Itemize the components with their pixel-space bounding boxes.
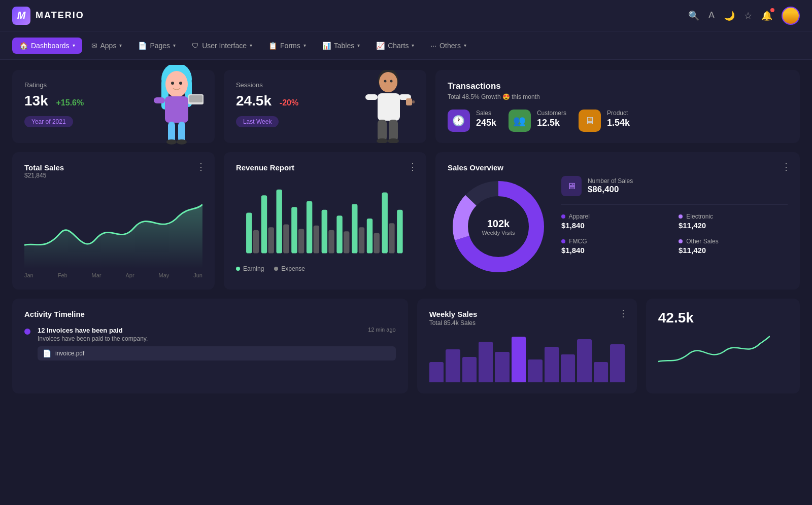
ui-icon: 🛡 bbox=[192, 42, 199, 50]
tables-label: Tables bbox=[334, 42, 354, 50]
svg-rect-39 bbox=[328, 230, 334, 254]
expense-dot bbox=[274, 267, 278, 271]
nav-item-tables[interactable]: 📊 Tables ▾ bbox=[315, 38, 367, 54]
revenue-legend: Earning Expense bbox=[236, 265, 414, 272]
others-arrow: ▾ bbox=[464, 43, 466, 48]
sales-overview-menu[interactable]: ⋮ bbox=[782, 161, 791, 172]
weekly-bar bbox=[577, 339, 591, 382]
svg-rect-32 bbox=[276, 190, 282, 254]
revenue-report-card: Revenue Report ⋮ bbox=[224, 152, 426, 290]
navbar: 🏠 Dashboards ▾ ✉ Apps ▾ 📄 Pages ▾ 🛡 User… bbox=[0, 31, 812, 60]
avatar[interactable] bbox=[782, 7, 800, 25]
sales-stats: 🖥 Number of Sales $86,400 Apparel bbox=[561, 176, 788, 255]
donut-chart: 102k Weekly Visits bbox=[448, 176, 549, 277]
fmcg-value: $1,840 bbox=[561, 246, 670, 255]
notification-icon[interactable]: 🔔 bbox=[761, 10, 772, 21]
earning-dot bbox=[236, 267, 240, 271]
product-icon: 🖥 bbox=[579, 110, 601, 132]
svg-rect-12 bbox=[178, 122, 185, 142]
timeline-dot-1 bbox=[24, 329, 30, 335]
label-feb: Feb bbox=[58, 272, 67, 278]
x-axis-labels: Jan Feb Mar Apr May Jun bbox=[24, 272, 202, 278]
metric-electronic: Electronic $11,420 bbox=[679, 213, 788, 230]
weekly-sales-subtitle: Total 85.4k Sales bbox=[429, 319, 625, 327]
timeline-time: 12 min ago bbox=[368, 327, 395, 334]
topbar-icons: 🔍 A 🌙 ☆ 🔔 bbox=[688, 7, 800, 25]
transactions-subtitle: Total 48.5% Growth 😍 this month bbox=[448, 93, 788, 100]
activity-title: Activity Timeline bbox=[24, 310, 396, 318]
ratings-value: 13k +15.6% bbox=[24, 93, 202, 109]
product-info: Product 1.54k bbox=[607, 110, 630, 128]
nav-item-forms[interactable]: 📋 Forms ▾ bbox=[261, 38, 313, 54]
svg-rect-34 bbox=[291, 207, 297, 253]
search-icon[interactable]: 🔍 bbox=[688, 10, 699, 21]
star-icon[interactable]: ☆ bbox=[744, 10, 752, 21]
sessions-label: Sessions bbox=[236, 81, 414, 89]
forms-label: Forms bbox=[280, 42, 300, 50]
weekly-bar bbox=[446, 349, 460, 382]
electronic-name: Electronic bbox=[679, 213, 788, 220]
svg-rect-24 bbox=[378, 120, 387, 141]
translate-icon[interactable]: A bbox=[708, 10, 715, 21]
svg-rect-43 bbox=[359, 227, 364, 253]
timeline-file: 📄 invoice.pdf bbox=[38, 346, 396, 360]
weekly-sales-bars bbox=[429, 332, 625, 382]
dashboards-icon: 🏠 bbox=[19, 42, 28, 50]
topbar: M MATERIO 🔍 A 🌙 ☆ 🔔 bbox=[0, 0, 812, 31]
weekly-bar bbox=[594, 362, 608, 382]
tables-icon: 📊 bbox=[322, 42, 331, 50]
metric-product: 🖥 Product 1.54k bbox=[579, 110, 630, 132]
theme-icon[interactable]: 🌙 bbox=[724, 10, 735, 21]
revenue-menu[interactable]: ⋮ bbox=[408, 161, 417, 172]
metric-apparel: Apparel $1,840 bbox=[561, 213, 670, 230]
electronic-value: $11,420 bbox=[679, 221, 788, 230]
weekly-bar bbox=[528, 359, 542, 382]
forms-arrow: ▾ bbox=[303, 43, 306, 48]
transactions-title: Transactions bbox=[448, 81, 788, 91]
nav-item-ui[interactable]: 🛡 User Interface ▾ bbox=[185, 38, 259, 54]
num-sales-value: $86,400 bbox=[588, 185, 633, 195]
svg-rect-25 bbox=[389, 120, 398, 141]
svg-rect-38 bbox=[322, 210, 327, 254]
nav-item-pages[interactable]: 📄 Pages ▾ bbox=[131, 38, 183, 54]
svg-point-27 bbox=[388, 138, 399, 143]
fmcg-dot bbox=[561, 239, 565, 243]
earning-label: Earning bbox=[243, 265, 264, 272]
logo-icon: M bbox=[12, 7, 30, 25]
svg-rect-31 bbox=[268, 227, 274, 253]
nav-item-charts[interactable]: 📈 Charts ▾ bbox=[369, 38, 421, 54]
customers-value: 12.5k bbox=[537, 118, 566, 128]
svg-rect-30 bbox=[261, 195, 267, 253]
timeline-item-title: 12 Invoices have been paid bbox=[38, 327, 123, 334]
label-may: May bbox=[158, 272, 169, 278]
nav-item-others[interactable]: ··· Others ▾ bbox=[423, 38, 473, 54]
total-sales-chart bbox=[24, 187, 202, 268]
weekly-sales-menu[interactable]: ⋮ bbox=[619, 308, 628, 319]
svg-point-14 bbox=[177, 139, 187, 145]
svg-rect-40 bbox=[336, 215, 342, 253]
product-label: Product bbox=[607, 110, 630, 117]
nav-item-apps[interactable]: ✉ Apps ▾ bbox=[84, 38, 129, 54]
svg-point-26 bbox=[377, 138, 388, 143]
ratings-card: Ratings 13k +15.6% Year of 2021 bbox=[12, 70, 215, 143]
app-name: MATERIO bbox=[36, 10, 84, 21]
transactions-card: Transactions Total 48.5% Growth 😍 this m… bbox=[435, 70, 800, 143]
activity-timeline-card: Activity Timeline 12 Invoices have been … bbox=[12, 299, 408, 393]
pages-arrow: ▾ bbox=[173, 43, 176, 48]
svg-rect-48 bbox=[397, 210, 402, 254]
svg-rect-42 bbox=[352, 204, 357, 253]
total-sales-menu[interactable]: ⋮ bbox=[196, 161, 206, 172]
svg-rect-41 bbox=[344, 231, 349, 253]
weekly-bar bbox=[512, 337, 526, 382]
row-3: Activity Timeline 12 Invoices have been … bbox=[12, 299, 800, 393]
sales-overview-inner: 102k Weekly Visits 🖥 Number of Sales $86… bbox=[448, 176, 788, 277]
apparel-value: $1,840 bbox=[561, 221, 670, 230]
dashboards-label: Dashboards bbox=[31, 42, 70, 50]
metric-customers: 👥 Customers 12.5k bbox=[509, 110, 566, 132]
sales-top-icon: 🖥 bbox=[561, 176, 582, 196]
sessions-change: -20% bbox=[280, 98, 298, 107]
svg-point-0 bbox=[161, 65, 192, 95]
apparel-name: Apparel bbox=[561, 213, 670, 220]
nav-item-dashboards[interactable]: 🏠 Dashboards ▾ bbox=[12, 38, 82, 54]
sales-overview-card: Sales Overview ⋮ 102k Weekly Visits bbox=[435, 152, 800, 290]
